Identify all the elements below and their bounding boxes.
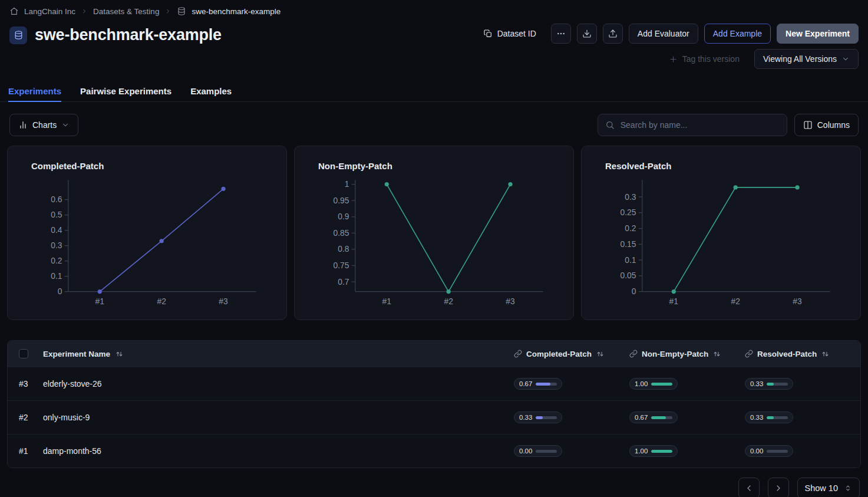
column-header-resolved-patch[interactable]: Resolved-Patch bbox=[745, 350, 860, 358]
metric-bar bbox=[651, 383, 672, 386]
svg-text:#2: #2 bbox=[157, 297, 166, 306]
svg-text:1: 1 bbox=[345, 179, 349, 189]
table-row[interactable]: #1damp-month-560.001.000.00 bbox=[8, 434, 860, 468]
metric-pill: 0.33 bbox=[514, 412, 562, 423]
previous-page-button[interactable] bbox=[738, 478, 760, 497]
download-button[interactable] bbox=[577, 24, 597, 44]
metric-bar bbox=[536, 383, 557, 386]
breadcrumb: LangChain Inc Datasets & Testing swe-ben… bbox=[0, 0, 868, 22]
upload-button[interactable] bbox=[603, 24, 623, 44]
experiment-name[interactable]: only-music-9 bbox=[43, 413, 514, 422]
experiment-name[interactable]: damp-month-56 bbox=[43, 446, 514, 456]
chart-title: Completed-Patch bbox=[8, 146, 286, 171]
page-title: swe-benchmark-example bbox=[35, 26, 222, 44]
chart-card-completed-patch: Completed-Patch 00.10.20.30.40.50.6#1#2#… bbox=[7, 146, 287, 320]
column-header-experiment-name[interactable]: Experiment Name bbox=[43, 350, 514, 358]
add-evaluator-button[interactable]: Add Evaluator bbox=[629, 24, 698, 44]
metric-pill: 1.00 bbox=[629, 445, 678, 457]
column-header-completed-patch[interactable]: Completed-Patch bbox=[514, 350, 629, 358]
metric-bar bbox=[651, 416, 672, 419]
more-options-button[interactable] bbox=[551, 24, 571, 44]
metric-value: 1.00 bbox=[635, 447, 648, 455]
column-label: Non-Empty-Patch bbox=[642, 350, 708, 358]
svg-text:#3: #3 bbox=[219, 297, 228, 306]
metric-pill: 0.33 bbox=[745, 378, 793, 390]
metric-value: 0.67 bbox=[519, 380, 532, 387]
metric-bar bbox=[536, 416, 557, 419]
metric-cell: 1.00 bbox=[629, 445, 745, 457]
metric-cell: 0.00 bbox=[514, 445, 629, 457]
metric-value: 0.00 bbox=[750, 447, 763, 455]
metric-bar bbox=[651, 450, 672, 453]
metric-cell: 0.33 bbox=[514, 412, 629, 423]
columns-button-label: Columns bbox=[817, 120, 850, 130]
line-chart: 00.050.10.150.20.250.3#1#2#3 bbox=[582, 171, 860, 318]
tag-version-label: Tag this version bbox=[682, 54, 740, 64]
metric-pill: 0.00 bbox=[745, 445, 793, 457]
chevron-down-icon bbox=[61, 121, 70, 129]
viewing-versions-label: Viewing All Versions bbox=[763, 54, 837, 64]
svg-text:0.3: 0.3 bbox=[625, 192, 636, 202]
search-input[interactable] bbox=[621, 120, 780, 130]
svg-text:0.85: 0.85 bbox=[334, 228, 349, 238]
charts-dropdown-button[interactable]: Charts bbox=[9, 114, 78, 136]
svg-text:0.5: 0.5 bbox=[51, 210, 62, 219]
svg-text:0: 0 bbox=[632, 287, 636, 296]
svg-text:0.7: 0.7 bbox=[338, 277, 349, 287]
columns-button[interactable]: Columns bbox=[794, 114, 859, 136]
svg-text:0.1: 0.1 bbox=[625, 255, 636, 265]
svg-text:#3: #3 bbox=[506, 297, 515, 306]
svg-text:0.6: 0.6 bbox=[51, 195, 62, 204]
sort-icon[interactable] bbox=[821, 350, 830, 358]
breadcrumb-org[interactable]: LangChain Inc bbox=[24, 7, 75, 16]
table-header-row: Experiment Name Completed-Patch Non-Empt… bbox=[8, 341, 860, 367]
table-row[interactable]: #3elderly-stove-260.671.000.33 bbox=[8, 367, 860, 400]
plus-icon bbox=[669, 55, 678, 64]
tag-version-button[interactable]: Tag this version bbox=[660, 49, 748, 69]
table-row[interactable]: #2only-music-90.330.670.33 bbox=[8, 400, 860, 434]
svg-text:#1: #1 bbox=[669, 297, 679, 306]
svg-text:0.2: 0.2 bbox=[51, 256, 62, 265]
metric-value: 0.33 bbox=[750, 414, 763, 421]
page-size-label: Show 10 bbox=[805, 483, 838, 493]
breadcrumb-section[interactable]: Datasets & Testing bbox=[93, 7, 159, 16]
tab-pairwise-experiments[interactable]: Pairwise Experiments bbox=[80, 80, 171, 101]
select-all-checkbox[interactable] bbox=[19, 349, 28, 358]
metric-cell: 0.33 bbox=[745, 378, 860, 390]
add-example-button[interactable]: Add Example bbox=[704, 24, 771, 44]
tab-examples[interactable]: Examples bbox=[190, 80, 232, 101]
page-size-selector[interactable]: Show 10 bbox=[797, 478, 860, 497]
metric-pill: 0.33 bbox=[745, 412, 793, 423]
svg-text:#3: #3 bbox=[793, 297, 802, 306]
column-label: Experiment Name bbox=[43, 350, 110, 358]
metric-pill: 0.67 bbox=[629, 412, 678, 423]
svg-text:0.75: 0.75 bbox=[334, 261, 349, 270]
chart-title: Resolved-Patch bbox=[582, 146, 860, 171]
svg-text:0.25: 0.25 bbox=[621, 208, 636, 217]
sort-icon[interactable] bbox=[596, 350, 605, 358]
new-experiment-button[interactable]: New Experiment bbox=[777, 24, 859, 44]
metric-pill: 0.67 bbox=[514, 378, 562, 390]
pagination: Show 10 bbox=[0, 468, 868, 497]
page-header: swe-benchmark-example Dataset ID Add Eva… bbox=[0, 22, 868, 72]
metric-bar bbox=[536, 450, 557, 453]
next-page-button[interactable] bbox=[768, 478, 789, 497]
sort-icon[interactable] bbox=[712, 350, 721, 358]
link-icon bbox=[514, 350, 522, 358]
search-box bbox=[598, 114, 787, 136]
tab-experiments[interactable]: Experiments bbox=[8, 80, 61, 101]
charts-button-label: Charts bbox=[32, 120, 57, 130]
table-body: #3elderly-stove-260.671.000.33#2only-mus… bbox=[8, 367, 860, 468]
chevron-down-icon bbox=[841, 55, 850, 63]
metric-pill: 1.00 bbox=[629, 378, 678, 390]
viewing-versions-button[interactable]: Viewing All Versions bbox=[754, 49, 859, 69]
column-header-non-empty-patch[interactable]: Non-Empty-Patch bbox=[629, 350, 745, 358]
sort-icon[interactable] bbox=[115, 350, 124, 358]
chart-title: Non-Empty-Patch bbox=[295, 146, 573, 171]
dataset-id-button[interactable]: Dataset ID bbox=[474, 24, 545, 44]
copy-icon bbox=[483, 29, 493, 38]
toolbar: Charts Columns bbox=[0, 102, 868, 146]
experiment-name[interactable]: elderly-stove-26 bbox=[43, 379, 514, 389]
home-icon[interactable] bbox=[9, 6, 19, 16]
search-icon bbox=[605, 120, 615, 130]
